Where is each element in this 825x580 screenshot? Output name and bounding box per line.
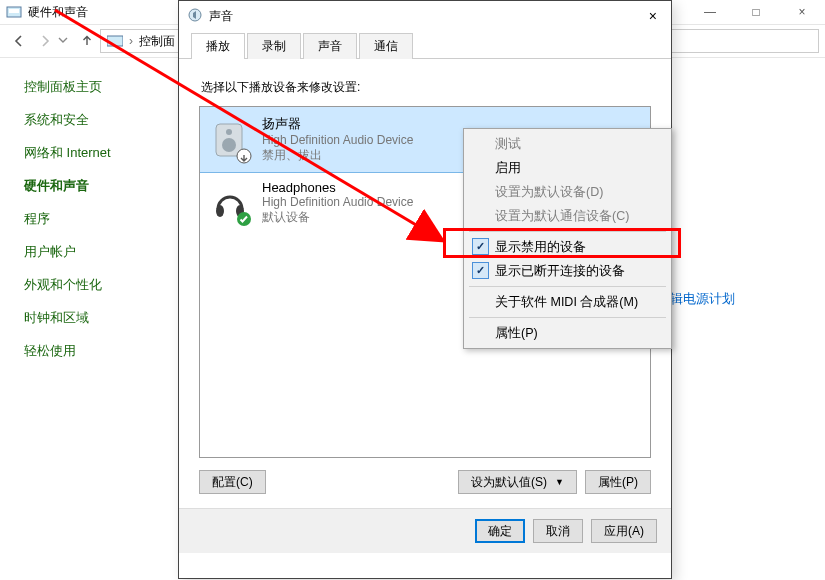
device-name: 扬声器 (262, 115, 413, 133)
address-bar-icon (107, 34, 123, 48)
nav-up[interactable] (74, 28, 100, 54)
sidebar-item-6[interactable]: 时钟和区域 (24, 309, 150, 327)
cp-sidebar: 控制面板主页 系统和安全 网络和 Internet 硬件和声音 程序 用户帐户 … (0, 58, 160, 580)
sidebar-item-3[interactable]: 程序 (24, 210, 150, 228)
sd-button-row: 配置(C) 设为默认值(S) ▼ 属性(P) (199, 458, 651, 500)
maximize-button[interactable]: □ (733, 0, 779, 24)
tab-sounds[interactable]: 声音 (303, 33, 357, 59)
ok-button[interactable]: 确定 (475, 519, 525, 543)
sd-footer: 确定 取消 应用(A) (179, 508, 671, 553)
ctx-about-midi[interactable]: 关于软件 MIDI 合成器(M) (467, 290, 668, 314)
ctx-show-disconnected[interactable]: ✓ 显示已断开连接的设备 (467, 259, 668, 283)
ctx-separator (469, 317, 666, 318)
ctx-test: 测试 (467, 132, 668, 156)
control-panel-icon (6, 4, 22, 20)
svg-rect-2 (107, 36, 123, 46)
close-button[interactable]: × (779, 0, 825, 24)
sidebar-header[interactable]: 控制面板主页 (24, 78, 150, 96)
cancel-button[interactable]: 取消 (533, 519, 583, 543)
sidebar-item-1[interactable]: 网络和 Internet (24, 144, 150, 162)
sidebar-item-5[interactable]: 外观和个性化 (24, 276, 150, 294)
ctx-set-default: 设置为默认设备(D) (467, 180, 668, 204)
ctx-enable[interactable]: 启用 (467, 156, 668, 180)
svg-rect-1 (9, 9, 19, 13)
check-icon: ✓ (472, 238, 489, 255)
svg-point-5 (226, 129, 232, 135)
check-icon: ✓ (472, 262, 489, 279)
ctx-properties[interactable]: 属性(P) (467, 321, 668, 345)
chevron-down-icon: ▼ (555, 477, 564, 487)
nav-forward[interactable] (32, 28, 58, 54)
sound-dialog-icon (187, 7, 203, 26)
minimize-button[interactable]: — (687, 0, 733, 24)
sd-titlebar[interactable]: 声音 × (179, 1, 671, 31)
device-subtitle: High Definition Audio Device (262, 133, 413, 147)
sd-title: 声音 (209, 8, 233, 25)
cp-window-buttons: — □ × (687, 0, 825, 24)
headphones-icon (210, 181, 250, 225)
device-name: Headphones (262, 180, 413, 195)
svg-point-8 (216, 205, 224, 217)
ctx-separator (469, 231, 666, 232)
device-status: 默认设备 (262, 209, 413, 226)
cp-title: 硬件和声音 (28, 4, 88, 21)
configure-button[interactable]: 配置(C) (199, 470, 266, 494)
ctx-set-default-comm: 设置为默认通信设备(C) (467, 204, 668, 228)
device-subtitle: High Definition Audio Device (262, 195, 413, 209)
tab-playback[interactable]: 播放 (191, 33, 245, 59)
nav-history-dropdown[interactable] (58, 34, 74, 48)
sidebar-item-0[interactable]: 系统和安全 (24, 111, 150, 129)
apply-button[interactable]: 应用(A) (591, 519, 657, 543)
context-menu: 测试 启用 设置为默认设备(D) 设置为默认通信设备(C) ✓ 显示禁用的设备 … (463, 128, 672, 349)
device-status: 禁用、拔出 (262, 147, 413, 164)
properties-button[interactable]: 属性(P) (585, 470, 651, 494)
ctx-separator (469, 286, 666, 287)
breadcrumb-sep: › (129, 34, 133, 48)
breadcrumb: 控制面 (139, 33, 175, 50)
set-default-button[interactable]: 设为默认值(S) ▼ (458, 470, 577, 494)
sd-instruction: 选择以下播放设备来修改设置: (201, 79, 651, 96)
nav-back[interactable] (6, 28, 32, 54)
ctx-show-disabled[interactable]: ✓ 显示禁用的设备 (467, 235, 668, 259)
sidebar-item-2[interactable]: 硬件和声音 (24, 177, 150, 195)
sidebar-item-7[interactable]: 轻松使用 (24, 342, 150, 360)
tab-recording[interactable]: 录制 (247, 33, 301, 59)
tab-communications[interactable]: 通信 (359, 33, 413, 59)
svg-point-6 (222, 138, 236, 152)
sd-tabs: 播放 录制 声音 通信 (179, 31, 671, 59)
speaker-icon (210, 118, 250, 162)
sidebar-item-4[interactable]: 用户帐户 (24, 243, 150, 261)
sd-close-button[interactable]: × (643, 8, 663, 24)
